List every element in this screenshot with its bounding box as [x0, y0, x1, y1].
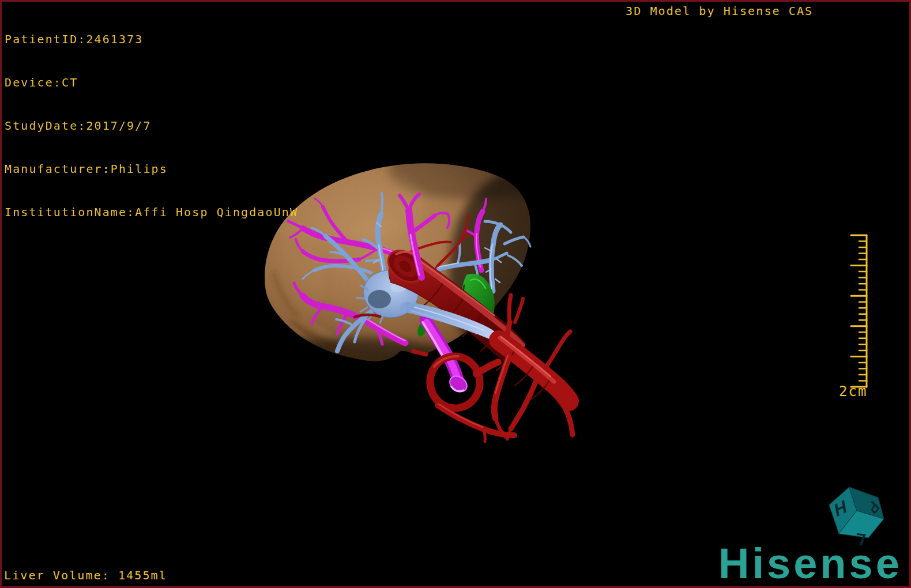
model-title: 3D Model by Hisense CAS — [626, 4, 813, 18]
scale-bar-ticks — [851, 235, 867, 387]
institution-label: InstitutionName:Affi Hosp QingdaoUnW — [5, 205, 298, 220]
orientation-cube[interactable]: H P L — [823, 481, 890, 548]
device-label: Device:CT — [5, 76, 298, 90]
hisense-logo: Hisense — [718, 542, 902, 585]
patient-id-label: PatientID:2461373 — [5, 32, 298, 47]
scale-bar-label: 2cm — [839, 385, 867, 399]
liver-volume-label: Liver Volume: 1455ml — [4, 568, 167, 583]
application-window: PatientID:2461373 Device:CT StudyDate:20… — [0, 0, 911, 588]
manufacturer-label: Manufacturer:Philips — [5, 162, 298, 176]
scale-bar — [826, 232, 872, 394]
study-date-label: StudyDate:2017/9/7 — [5, 119, 298, 133]
patient-info-block: PatientID:2461373 Device:CT StudyDate:20… — [5, 3, 298, 248]
